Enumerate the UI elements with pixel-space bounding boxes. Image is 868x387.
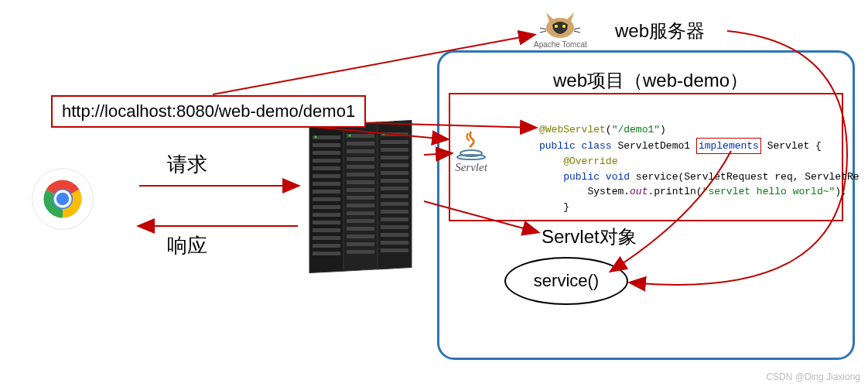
svg-rect-9: [313, 159, 340, 163]
response-label: 响应: [167, 232, 207, 259]
code-println: .println(: [648, 186, 702, 197]
code-override: @Override: [563, 156, 617, 167]
code-out: out: [630, 186, 648, 197]
svg-rect-10: [313, 166, 340, 170]
svg-rect-25: [347, 157, 374, 161]
code-brace: }: [563, 201, 569, 213]
request-label: 请求: [167, 151, 207, 178]
svg-point-56: [383, 133, 385, 135]
svg-rect-48: [381, 210, 408, 214]
svg-rect-17: [313, 221, 340, 224]
svg-rect-26: [347, 165, 374, 169]
svg-rect-34: [347, 227, 374, 231]
svg-rect-27: [347, 173, 374, 176]
code-kw: public void: [563, 171, 630, 183]
svg-rect-12: [313, 182, 340, 186]
svg-rect-29: [347, 188, 374, 192]
service-ellipse: service(): [504, 257, 628, 305]
code-kw: public class: [539, 140, 612, 152]
svg-rect-43: [381, 171, 408, 175]
webproject-label: web项目（web-demo）: [553, 68, 748, 93]
svg-rect-23: [347, 142, 374, 146]
svg-rect-13: [313, 190, 340, 194]
java-cup-icon: [453, 130, 490, 161]
code-string: "servlet hello world~": [702, 186, 836, 197]
svg-rect-50: [381, 225, 408, 229]
svg-point-2: [55, 191, 70, 207]
code-classname: ServletDemo1: [617, 140, 690, 152]
code-servlet-type: Servlet {: [767, 140, 822, 152]
svg-rect-52: [381, 241, 408, 245]
code-path-literal: "/demo1": [612, 124, 660, 135]
server-rack-icon: [302, 118, 425, 284]
svg-rect-41: [381, 156, 408, 159]
code-args: (ServletRequest req, ServletRe: [678, 171, 859, 183]
tomcat-logo: Apache Tomcat: [534, 11, 587, 49]
svg-rect-8: [313, 151, 340, 155]
watermark: CSDN @Ding Jiaxiong: [766, 372, 860, 382]
servletobj-label: Servlet对象: [542, 224, 637, 249]
svg-rect-16: [313, 213, 340, 217]
svg-rect-39: [381, 140, 408, 144]
svg-rect-21: [313, 252, 340, 255]
svg-rect-40: [381, 148, 408, 152]
svg-rect-42: [381, 163, 408, 167]
svg-rect-19: [313, 236, 340, 240]
svg-rect-7: [313, 143, 340, 147]
svg-rect-32: [347, 211, 374, 215]
svg-rect-24: [347, 149, 374, 153]
svg-rect-33: [347, 219, 374, 223]
url-box: http://localhost:8080/web-demo/demo1: [51, 95, 366, 128]
svg-rect-11: [313, 174, 340, 178]
svg-rect-30: [347, 196, 374, 200]
svg-rect-28: [347, 180, 374, 184]
tomcat-caption: Apache Tomcat: [534, 40, 587, 49]
code-system: System.: [587, 186, 630, 197]
svg-rect-31: [347, 204, 374, 207]
svg-point-58: [555, 25, 558, 28]
svg-rect-51: [381, 233, 408, 237]
svg-rect-45: [381, 187, 408, 190]
svg-rect-47: [381, 202, 408, 206]
url-text: http://localhost:8080/web-demo/demo1: [62, 101, 355, 121]
svg-rect-37: [347, 250, 374, 254]
service-label: service(): [534, 271, 599, 291]
servlet-caption: Servlet: [453, 161, 490, 174]
svg-rect-18: [313, 228, 340, 232]
svg-rect-46: [381, 194, 408, 198]
code-annotation: @WebServlet: [539, 124, 606, 135]
svg-point-59: [562, 25, 566, 28]
svg-rect-36: [347, 242, 374, 246]
chrome-logo-icon: [31, 167, 94, 231]
svg-rect-53: [381, 248, 408, 252]
servlet-logo: Servlet: [453, 130, 490, 174]
svg-point-54: [315, 136, 317, 139]
svg-point-55: [349, 135, 351, 137]
webserver-label: web服务器: [615, 19, 705, 43]
implements-highlight-box: implements: [696, 138, 761, 155]
svg-rect-44: [381, 179, 408, 183]
svg-rect-15: [313, 205, 340, 209]
svg-rect-14: [313, 197, 340, 201]
svg-rect-49: [381, 217, 408, 221]
svg-rect-35: [347, 235, 374, 238]
svg-rect-20: [313, 244, 340, 248]
tomcat-cat-icon: [538, 11, 582, 40]
code-block: @WebServlet("/demo1") public class Servl…: [539, 122, 859, 214]
code-method-name: service: [636, 171, 678, 183]
